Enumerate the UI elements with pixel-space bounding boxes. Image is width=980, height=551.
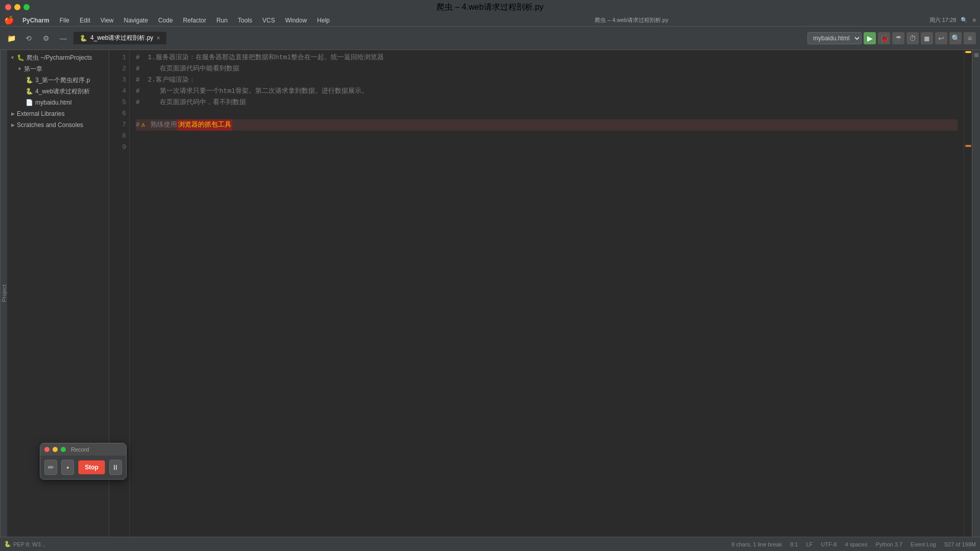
sidebar-item-label: Scratches and Consoles — [17, 121, 83, 129]
settings-toolbar-button[interactable]: ≡ — [964, 32, 976, 44]
status-chars: 8 chars, 1 line break — [731, 541, 782, 547]
chevron-down-icon: ▼ — [10, 55, 15, 60]
record-stop-icon-button[interactable]: ▪ — [61, 460, 74, 475]
menu-code[interactable]: Code — [154, 16, 177, 25]
status-spaces[interactable]: 4 spaces — [845, 541, 867, 547]
search-everywhere-button[interactable]: 🔍 — [949, 32, 962, 44]
python-file-icon: 🐍 — [26, 88, 33, 95]
menu-navigate[interactable]: Navigate — [120, 16, 152, 25]
sidebar-item-label: External Libraries — [17, 110, 64, 117]
status-linesep-label: LF — [806, 541, 813, 547]
tab-icon: 🐍 — [80, 35, 87, 42]
record-pause-button[interactable]: ⏸ — [109, 460, 122, 475]
menu-window[interactable]: Window — [281, 16, 311, 25]
record-controls: ✏ ▪ Stop ⏸ — [40, 456, 126, 479]
chevron-down-icon: ▼ — [17, 66, 22, 71]
status-python[interactable]: 🐍 PEP 8: W3... — [4, 541, 45, 547]
python-icon: 🐍 — [4, 541, 11, 547]
close-button[interactable] — [5, 4, 11, 10]
run-config-select[interactable]: mybaidu.html — [807, 32, 862, 44]
code-line-4: # 第一次请求只要一个html骨架。第二次请求拿到数据。进行数据展示。 — [136, 86, 958, 97]
status-encoding[interactable]: UTF-8 — [821, 541, 837, 547]
coverage-button[interactable]: ☂ — [892, 32, 904, 44]
status-event-log[interactable]: Event Log — [911, 541, 936, 547]
sidebar-item-label: 4_web请求过程剖析 — [35, 87, 90, 96]
apple-menu[interactable]: 🍎 — [4, 15, 14, 25]
record-stop-button[interactable]: Stop — [78, 460, 105, 474]
sidebar-item-external-libs[interactable]: ▶ External Libraries — [7, 108, 109, 119]
record-maximize-button[interactable] — [61, 447, 66, 452]
status-event-log-label: Event Log — [911, 541, 936, 547]
project-panel[interactable]: Project — [0, 50, 7, 537]
tab-close-icon[interactable]: ✕ — [156, 35, 160, 41]
code-line-8 — [136, 131, 958, 142]
record-minimize-button[interactable] — [53, 447, 58, 452]
status-python-label: PEP 8: W3... — [13, 541, 45, 547]
record-window: Record ✏ ▪ Stop ⏸ — [40, 443, 127, 480]
titlebar: 爬虫 – 4.web请求过程剖析.py — [0, 0, 980, 14]
record-window-titlebar: Record — [40, 443, 126, 456]
project-panel-label: Project — [1, 285, 7, 302]
sidebar-item-scratches[interactable]: ▶ Scratches and Consoles — [7, 119, 109, 131]
rerun-button[interactable]: ↩ — [935, 32, 947, 44]
window-controls — [5, 4, 30, 10]
status-linesep[interactable]: LF — [806, 541, 813, 547]
right-panel-icon — [974, 53, 978, 57]
toolbar-sync-button[interactable]: ⟲ — [21, 31, 36, 45]
record-title: Record — [71, 446, 89, 453]
sidebar-item-file2[interactable]: 🐍 4_web请求过程剖析 — [7, 86, 109, 97]
status-memory: S27 of 198M — [944, 541, 976, 547]
right-panel — [972, 50, 980, 537]
toolbar-project-button[interactable]: 📁 — [4, 31, 18, 45]
run-button[interactable]: ▶ — [864, 32, 876, 44]
project-tree: ▼ 🐛 爬虫 ~/PycharmProjects ▼ 第一章 🐍 3_第一个爬虫… — [7, 50, 109, 133]
toolbar-minimize-button[interactable]: — — [56, 31, 70, 45]
status-python-version-label: Python 3.7 — [875, 541, 902, 547]
menu-pycharm[interactable]: PyCharm — [18, 16, 54, 25]
gutter-mark-yellow — [965, 51, 971, 53]
chevron-right-icon: ▶ — [11, 122, 15, 128]
gutter-mark-orange — [965, 145, 971, 147]
sidebar-item-chapter1[interactable]: ▼ 第一章 — [7, 63, 109, 74]
tab-bar: 🐍 4_web请求过程剖析.py ✕ — [74, 32, 804, 44]
menu-vcs[interactable]: VCS — [258, 16, 279, 25]
right-gutter — [964, 50, 972, 537]
stop-run-button[interactable]: ◼ — [921, 32, 933, 44]
record-pencil-button[interactable]: ✏ — [44, 460, 57, 475]
sidebar-item-label: 3_第一个爬虫程序.p — [35, 76, 90, 85]
editor[interactable]: 1 2 3 4 5 6 7 8 9 # 1.服务器渲染：在服务器那边直接把数据和… — [109, 50, 972, 537]
sidebar-item-file1[interactable]: 🐍 3_第一个爬虫程序.p — [7, 74, 109, 86]
statusbar: 🐍 PEP 8: W3... 8 chars, 1 line break 8:1… — [0, 537, 980, 551]
menu-run[interactable]: Run — [212, 16, 232, 25]
sidebar-item-html[interactable]: 📄 mybaidu.html — [7, 97, 109, 108]
menu-tools[interactable]: Tools — [234, 16, 256, 25]
minimize-button[interactable] — [14, 4, 20, 10]
toolbar-settings-button[interactable]: ⚙ — [39, 31, 53, 45]
menu-refactor[interactable]: Refactor — [179, 16, 210, 25]
sidebar-icon-bug: 🐛 — [17, 54, 24, 61]
code-line-1: # 1.服务器渲染：在服务器那边直接把数据和html整合在一起。统一返回给浏览器 — [136, 52, 958, 63]
maximize-button[interactable] — [23, 4, 30, 10]
status-python-version[interactable]: Python 3.7 — [875, 541, 902, 547]
menu-file[interactable]: File — [56, 16, 74, 25]
window-title: 爬虫 – 4.web请求过程剖析.py — [436, 2, 544, 13]
menubar: 🍎 PyCharm File Edit View Navigate Code R… — [0, 14, 980, 27]
record-close-button[interactable] — [44, 447, 50, 452]
debug-button[interactable]: 🐞 — [878, 32, 890, 44]
menu-view[interactable]: View — [96, 16, 118, 25]
code-line-2: # 在页面源代码中能看到数据 — [136, 63, 958, 74]
code-editor[interactable]: # 1.服务器渲染：在服务器那边直接把数据和html整合在一起。统一返回给浏览器… — [130, 50, 964, 537]
active-tab[interactable]: 🐍 4_web请求过程剖析.py ✕ — [74, 32, 166, 44]
profile-button[interactable]: ⏱ — [906, 32, 919, 44]
status-memory-label: S27 of 198M — [944, 541, 976, 547]
code-line-6 — [136, 108, 958, 119]
run-config: mybaidu.html ▶ 🐞 ☂ ⏱ ◼ ↩ 🔍 ≡ — [807, 32, 976, 44]
main-layout: Project ▼ 🐛 爬虫 ~/PycharmProjects ▼ 第一章 🐍… — [0, 50, 980, 537]
status-cursor-label: 8:1 — [790, 541, 798, 547]
menu-help[interactable]: Help — [313, 16, 334, 25]
sidebar-item-project[interactable]: ▼ 🐛 爬虫 ~/PycharmProjects — [7, 52, 109, 63]
code-line-3: # 2.客户端渲染： — [136, 74, 958, 86]
status-cursor: 8:1 — [790, 541, 798, 547]
menu-edit[interactable]: Edit — [76, 16, 94, 25]
status-chars-label: 8 chars, 1 line break — [731, 541, 782, 547]
